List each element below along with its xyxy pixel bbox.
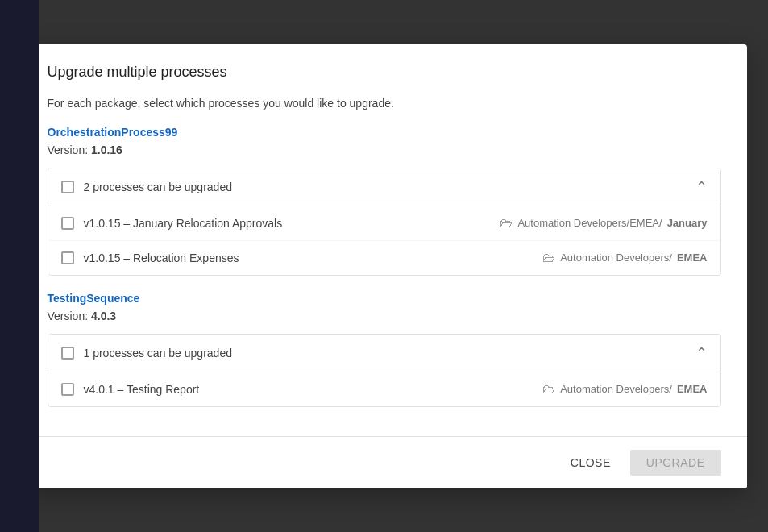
process-checkbox-1-1[interactable] <box>61 217 74 230</box>
process-box-2: 1 processes can be upgraded ⌃ v4.0.1 – T… <box>48 334 721 407</box>
process-row-1-1: v1.0.15 – January Relocation Approvals 🗁… <box>48 206 720 241</box>
location-prefix-1-2: Automation Developers/ <box>560 251 672 264</box>
process-location-1-1: 🗁 Automation Developers/EMEA/January <box>500 216 707 231</box>
process-box-header-2: 1 processes can be upgraded ⌃ <box>48 335 720 372</box>
package-version-1: Version: 1.0.16 <box>48 143 721 156</box>
process-label-1-1: v1.0.15 – January Relocation Approvals <box>84 217 500 230</box>
dialog-body: Upgrade multiple processes For each pack… <box>22 44 747 436</box>
process-row-2-1: v4.0.1 – Testing Report 🗁 Automation Dev… <box>48 372 720 406</box>
dialog-description: For each package, select which processes… <box>48 97 721 110</box>
package-section-1: OrchestrationProcess99 Version: 1.0.16 2… <box>48 126 721 276</box>
process-checkbox-2-1[interactable] <box>61 383 74 396</box>
chevron-up-icon-2[interactable]: ⌃ <box>695 344 708 362</box>
sidebar <box>0 0 39 532</box>
upgrade-button[interactable]: UPGRADE <box>630 450 721 476</box>
overlay: Upgrade multiple processes For each pack… <box>0 0 768 532</box>
process-label-2-1: v4.0.1 – Testing Report <box>84 383 543 396</box>
location-bold-1-1: January <box>667 217 708 229</box>
package-version-2: Version: 4.0.3 <box>48 310 721 322</box>
close-button[interactable]: CLOSE <box>558 450 624 476</box>
dialog-title: Upgrade multiple processes <box>48 64 721 81</box>
dialog: Upgrade multiple processes For each pack… <box>22 44 747 488</box>
package-name-1: OrchestrationProcess99 <box>48 126 721 139</box>
location-bold-2-1: EMEA <box>677 383 708 395</box>
location-bold-1-2: EMEA <box>677 251 708 264</box>
folder-icon-1-1: 🗁 <box>500 216 513 231</box>
process-location-1-2: 🗁 Automation Developers/EMEA <box>542 251 707 265</box>
package-name-2: TestingSequence <box>48 292 721 305</box>
folder-icon-1-2: 🗁 <box>542 251 555 265</box>
process-box-header-1: 2 processes can be upgraded ⌃ <box>48 168 720 206</box>
dialog-footer: CLOSE UPGRADE <box>22 436 747 488</box>
process-label-1-2: v1.0.15 – Relocation Expenses <box>84 251 543 264</box>
process-checkbox-1-2[interactable] <box>61 251 74 264</box>
chevron-up-icon-1[interactable]: ⌃ <box>695 178 708 196</box>
select-all-checkbox-1[interactable] <box>61 181 74 193</box>
location-prefix-1-1: Automation Developers/EMEA/ <box>517 217 662 229</box>
process-count-label-2: 1 processes can be upgraded <box>84 347 695 360</box>
process-location-2-1: 🗁 Automation Developers/EMEA <box>542 382 707 397</box>
location-prefix-2-1: Automation Developers/ <box>560 383 672 395</box>
process-count-label-1: 2 processes can be upgraded <box>84 181 695 193</box>
process-box-1: 2 processes can be upgraded ⌃ v1.0.15 – … <box>48 168 721 276</box>
process-row-1-2: v1.0.15 – Relocation Expenses 🗁 Automati… <box>48 241 720 275</box>
select-all-checkbox-2[interactable] <box>61 347 74 360</box>
folder-icon-2-1: 🗁 <box>542 382 555 397</box>
package-section-2: TestingSequence Version: 4.0.3 1 process… <box>48 292 721 407</box>
